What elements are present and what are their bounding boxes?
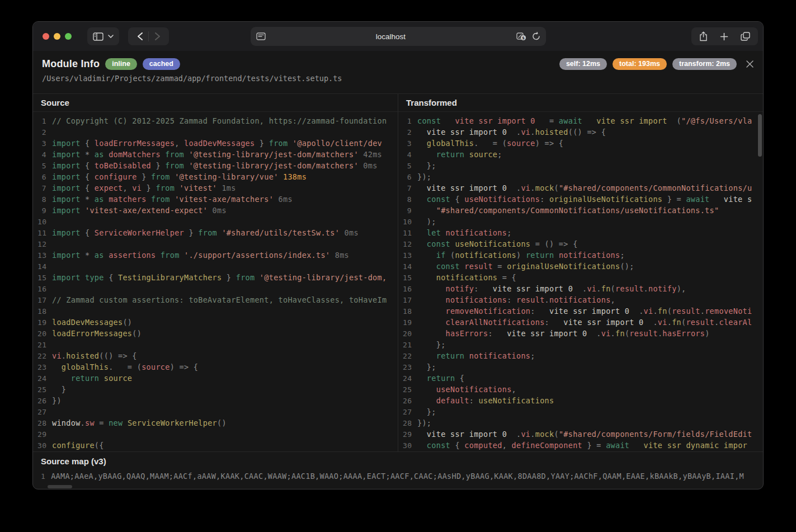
sourcemap-line-number: 1 [41, 472, 51, 481]
page-menu-icon[interactable] [256, 32, 266, 40]
code-line: 10 ); [403, 216, 763, 227]
code-line: 23 }; [403, 361, 763, 373]
line-number: 5 [37, 162, 52, 170]
line-number: 26 [37, 397, 52, 405]
code-line: 24 return source [37, 373, 398, 384]
line-number: 9 [37, 206, 52, 215]
code-line: 8 const { useNotifications: originalUseN… [403, 194, 763, 205]
forward-button[interactable] [149, 28, 166, 45]
close-window-button[interactable] [43, 33, 49, 40]
line-number: 21 [403, 341, 417, 349]
line-number: 16 [37, 285, 52, 293]
line-number: 23 [403, 363, 417, 371]
line-number: 5 [403, 162, 417, 170]
code-line: 20 hasErrors: __vite_ssr_import_0__.vi.f… [403, 328, 763, 339]
code-line: 30 const { computed, defineComponent } =… [403, 440, 763, 451]
code-line: 7__vite_ssr_import_0__.vi.mock("#shared/… [403, 182, 763, 194]
transformed-code-editor[interactable]: 1const __vite_ssr_import_0__ = await __v… [398, 112, 763, 451]
zoom-window-button[interactable] [65, 33, 72, 40]
code-line: 14 const result = originalUseNotificatio… [403, 261, 763, 272]
browser-chrome: localhost $ [33, 22, 763, 51]
line-number: 20 [37, 329, 52, 338]
share-icon[interactable] [699, 31, 708, 41]
code-line: 19loadDevMessages() [37, 317, 398, 328]
sourcemap-line: 1 AAMA;AAeA,yBAAG,QAAQ,MAAM;AACf,aAAW,KA… [33, 470, 763, 482]
code-line: 6import { configure } from '@testing-lib… [37, 171, 398, 182]
line-number: 10 [403, 218, 417, 226]
code-line: 4import * as domMatchers from '@testing-… [37, 149, 398, 160]
code-line: 7import { expect, vi } from 'vitest' 1ms [37, 182, 398, 194]
line-number: 25 [403, 385, 417, 394]
code-line: 27 [37, 406, 398, 417]
line-number: 4 [403, 150, 417, 159]
line-number: 20 [403, 329, 417, 338]
sourcemap-title: Source map (v3) [33, 452, 763, 470]
tabs-icon[interactable] [741, 32, 750, 41]
line-number: 26 [403, 397, 417, 405]
sidebar-toggle-button[interactable] [87, 27, 119, 45]
self-time-badge: self: 12ms [559, 58, 607, 70]
inline-badge: inline [105, 58, 137, 70]
line-number: 12 [403, 240, 417, 248]
code-line: 4 return source; [403, 149, 763, 160]
code-line: 11import { ServiceWorkerHelper } from '#… [37, 227, 398, 238]
line-number: 13 [403, 251, 417, 260]
line-number: 2 [403, 128, 417, 136]
reload-icon[interactable] [532, 32, 540, 41]
code-line: 22vi.hoisted(() => { [37, 350, 398, 361]
chevron-down-icon [108, 35, 114, 38]
line-number: 10 [37, 218, 52, 226]
source-code-editor[interactable]: 1// Copyright (C) 2012-2025 Zammad Found… [33, 112, 398, 451]
line-number: 13 [37, 251, 52, 260]
line-number: 16 [403, 285, 417, 293]
code-line: 15import type { TestingLibraryMatchers }… [37, 272, 398, 283]
code-line: 18 removeNotification: __vite_ssr_import… [403, 305, 763, 317]
line-number: 27 [37, 408, 52, 416]
module-file-path: /Users/vladimir/Projects/zammad/app/fron… [42, 74, 754, 83]
line-number: 3 [403, 139, 417, 148]
page-settings-icon[interactable]: $ [516, 32, 526, 41]
minimize-window-button[interactable] [54, 33, 60, 40]
code-line: 17 notifications: result.notifications, [403, 294, 763, 305]
code-line: 12 [37, 238, 398, 249]
code-line: 12 const useNotifications = () => { [403, 238, 763, 249]
line-number: 30 [37, 441, 52, 450]
line-number: 1 [403, 117, 417, 125]
line-number: 17 [37, 296, 52, 304]
line-number: 25 [37, 385, 52, 394]
new-tab-icon[interactable] [720, 32, 728, 41]
code-line: 13 if (notifications) return notificatio… [403, 249, 763, 261]
line-number: 8 [37, 195, 52, 204]
line-number: 7 [403, 184, 417, 192]
code-line: 9 "#shared/components/CommonNotification… [403, 205, 763, 216]
code-line: 22 return notifications; [403, 350, 763, 361]
code-line: 2__vite_ssr_import_0__.vi.hoisted(() => … [403, 126, 763, 138]
line-number: 6 [37, 173, 52, 181]
close-button[interactable] [746, 60, 754, 68]
line-number: 28 [37, 419, 52, 427]
line-number: 24 [37, 374, 52, 383]
code-line: 16 notify: __vite_ssr_import_0__.vi.fn(r… [403, 283, 763, 294]
url-text[interactable]: localhost [266, 32, 516, 41]
code-line: 1const __vite_ssr_import_0__ = await __v… [403, 115, 763, 126]
line-number: 29 [403, 430, 417, 439]
code-line: 5import { toBeDisabled } from '@testing-… [37, 160, 398, 171]
vertical-scrollbar[interactable] [758, 114, 762, 157]
code-line: 23 globalThis.__ = (source) => { [37, 361, 398, 373]
page-title: Module Info [42, 58, 100, 70]
toolbar-right [691, 27, 758, 45]
back-button[interactable] [131, 28, 148, 45]
code-line: 1// Copyright (C) 2012-2025 Zammad Found… [37, 115, 398, 126]
address-bar[interactable]: localhost $ [251, 27, 546, 46]
line-number: 6 [403, 173, 417, 181]
horizontal-scrollbar[interactable] [48, 485, 72, 488]
code-line: 30configure({ [37, 440, 398, 451]
source-pane-title: Source [33, 94, 398, 112]
transform-time-badge: transform: 2ms [672, 58, 737, 70]
line-number: 30 [403, 441, 417, 450]
line-number: 24 [403, 374, 417, 383]
line-number: 21 [37, 341, 52, 349]
sidebar-icon [93, 32, 103, 41]
line-number: 14 [403, 262, 417, 271]
code-line: 2 [37, 126, 398, 138]
